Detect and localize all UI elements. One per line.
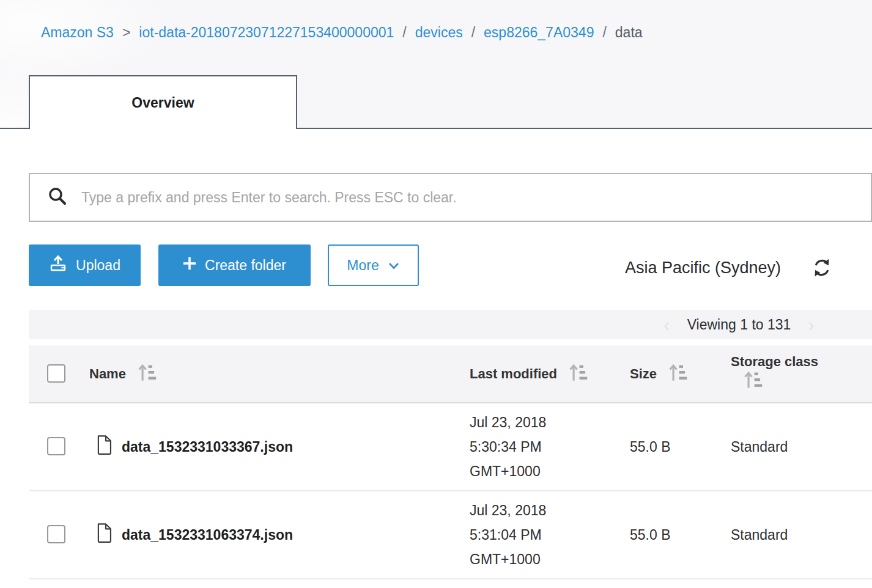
tab-overview[interactable]: Overview [29,75,297,129]
create-folder-button-label: Create folder [205,257,286,274]
object-name: data_1532331033367.json [122,439,293,455]
sort-icon[interactable] [742,369,765,394]
modified-timezone: GMT+1000 [470,547,630,571]
row-checkbox[interactable] [47,525,65,543]
row-checkbox[interactable] [47,437,65,455]
chevron-down-icon [388,257,400,274]
upload-button[interactable]: Upload [29,244,141,286]
region-label: Asia Pacific (Sydney) [625,257,781,278]
table-row: data_1532331063374.json Jul 23, 2018 5:3… [29,491,872,579]
breadcrumb-link-bucket[interactable]: iot-data-20180723071227153400000001 [139,24,394,41]
breadcrumb-separator: / [602,24,606,41]
size-cell: 55.0 B [630,439,731,455]
last-modified-cell: Jul 23, 2018 5:31:04 PM GMT+1000 [470,498,630,571]
sort-icon[interactable] [567,361,590,387]
breadcrumb-link-amazon-s3[interactable]: Amazon S3 [41,24,114,41]
upload-button-label: Upload [76,257,120,274]
pagination-prev-button[interactable]: ‹ [663,315,670,334]
more-button[interactable]: More [328,244,419,286]
search-input[interactable] [80,189,861,207]
file-icon [95,435,113,459]
last-modified-cell: Jul 23, 2018 5:30:34 PM GMT+1000 [470,410,630,483]
column-header-name[interactable]: Name [89,366,126,382]
pagination-viewing-label: Viewing 1 to 131 [687,317,791,333]
object-name: data_1532331063374.json [122,527,293,543]
modified-time: 5:30:34 PM [470,435,630,459]
create-folder-button[interactable]: Create folder [158,244,311,286]
table-row: data_1532331033367.json Jul 23, 2018 5:3… [29,403,872,491]
tab-overview-label: Overview [131,95,194,111]
plus-icon [183,257,196,274]
search-icon [47,186,68,209]
pagination-next-button[interactable]: › [808,315,815,334]
column-header-storage-class[interactable]: Storage class [731,354,818,370]
size-cell: 55.0 B [630,527,731,543]
object-list: data_1532331033367.json Jul 23, 2018 5:3… [29,403,872,579]
more-button-label: More [347,257,379,274]
column-header-last-modified[interactable]: Last modified [470,366,557,382]
column-header-size[interactable]: Size [630,366,657,382]
breadcrumb-link-devices[interactable]: devices [415,24,463,41]
modified-time: 5:31:04 PM [470,523,630,547]
storage-class-cell: Standard [731,439,872,455]
modified-date: Jul 23, 2018 [470,410,630,435]
upload-icon [49,254,67,276]
sort-icon[interactable] [667,361,690,387]
search-box[interactable] [29,173,872,222]
storage-class-cell: Standard [731,527,872,543]
object-link[interactable]: data_1532331063374.json [79,523,470,547]
sort-icon[interactable] [136,361,159,387]
table-header-row: Name Last modified Size [29,345,872,403]
refresh-icon [811,271,832,280]
file-icon [95,523,113,547]
pagination-bar: ‹ Viewing 1 to 131 › [29,310,872,339]
refresh-button[interactable] [811,257,833,279]
select-all-checkbox[interactable] [47,364,65,383]
modified-date: Jul 23, 2018 [470,498,630,523]
breadcrumb: Amazon S3 > iot-data-2018072307122715340… [41,23,643,42]
breadcrumb-separator: / [471,24,475,41]
breadcrumb-current-folder: data [615,24,643,41]
modified-timezone: GMT+1000 [470,459,630,483]
object-link[interactable]: data_1532331033367.json [79,435,470,459]
breadcrumb-separator: > [122,24,130,41]
breadcrumb-link-device-id[interactable]: esp8266_7A0349 [484,24,594,41]
breadcrumb-separator: / [402,24,406,41]
